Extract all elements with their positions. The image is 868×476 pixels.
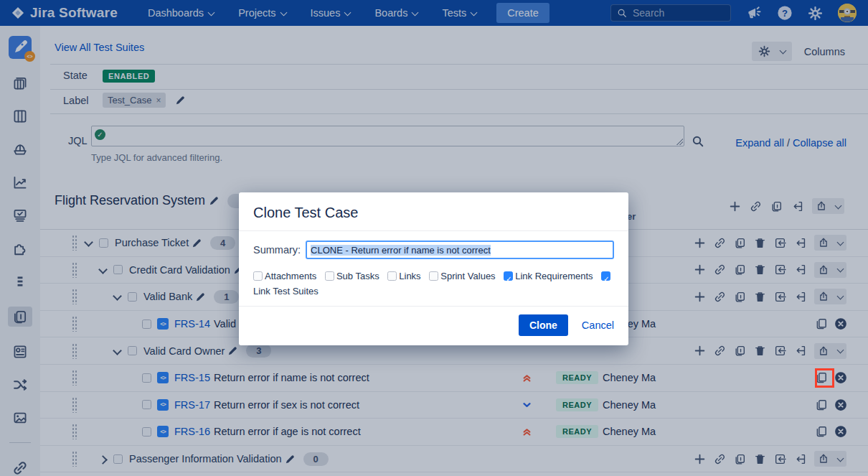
backlog-icon[interactable] [11, 75, 29, 92]
board-icon[interactable] [11, 108, 29, 125]
chip-remove-icon[interactable]: × [156, 95, 161, 106]
clone-icon[interactable] [734, 291, 746, 303]
shuffle-icon[interactable] [11, 376, 29, 393]
resize-handle[interactable] [676, 139, 683, 145]
remove-x-circle-icon[interactable] [834, 317, 847, 330]
drag-handle[interactable] [72, 370, 77, 386]
add-icon[interactable] [694, 237, 706, 249]
cancel-link[interactable]: Cancel [582, 319, 614, 331]
export-icon[interactable] [794, 291, 806, 303]
edit-suite-button[interactable] [227, 345, 238, 356]
clone-icon[interactable] [734, 453, 746, 465]
drag-handle[interactable] [72, 397, 77, 413]
share-menu-button[interactable] [814, 235, 846, 251]
summary-input[interactable]: CLONE - Return error if name is not corr… [306, 241, 614, 259]
export-icon[interactable] [794, 237, 806, 249]
edit-suite-title-button[interactable] [209, 195, 220, 206]
feedback-megaphone-icon[interactable] [746, 5, 762, 21]
label-chip[interactable]: Test_Case × [103, 93, 166, 108]
settings-menu-button[interactable] [752, 42, 792, 61]
drag-handle[interactable] [72, 451, 77, 467]
addons-puzzle-icon[interactable] [11, 241, 29, 257]
clone-icon[interactable] [734, 237, 746, 249]
add-icon[interactable] [694, 263, 706, 276]
drag-handle[interactable] [72, 343, 77, 359]
drag-handle[interactable] [72, 424, 77, 439]
repository-check-icon[interactable] [11, 207, 29, 224]
delete-trash-icon[interactable] [754, 453, 766, 465]
row-checkbox[interactable] [113, 265, 123, 274]
option-attachments[interactable]: Attachments [253, 271, 316, 281]
link-icon[interactable] [750, 200, 762, 213]
collapse-chevron-icon[interactable] [99, 266, 106, 274]
link-icon[interactable] [714, 263, 726, 276]
checkbox-unchecked[interactable] [253, 271, 263, 281]
add-icon[interactable] [694, 345, 706, 357]
expand-all-link[interactable]: Expand all [735, 137, 784, 149]
collapse-chevron-icon[interactable] [85, 239, 92, 246]
row-checkbox[interactable] [99, 238, 108, 248]
view-all-test-suites-link[interactable]: View All Test Suites [55, 42, 144, 53]
project-avatar[interactable]: <> [9, 36, 32, 59]
row-checkbox[interactable] [128, 292, 137, 302]
share-menu-button[interactable] [812, 198, 844, 214]
share-menu-button[interactable] [814, 451, 846, 467]
row-checkbox[interactable] [142, 373, 151, 383]
delete-trash-icon[interactable] [754, 345, 766, 357]
edit-suite-button[interactable] [285, 454, 296, 465]
edit-suite-button[interactable] [192, 238, 202, 248]
releases-ship-icon[interactable] [11, 141, 29, 158]
clone-icon[interactable] [734, 345, 746, 357]
share-menu-button[interactable] [814, 343, 846, 359]
jql-textarea[interactable]: ✓ [91, 126, 684, 146]
add-icon[interactable] [694, 453, 706, 465]
test-suites-icon[interactable] [8, 307, 32, 327]
create-button[interactable]: Create [496, 3, 549, 23]
drag-handle[interactable] [72, 235, 77, 251]
remove-x-circle-icon[interactable] [834, 371, 847, 384]
import-icon[interactable] [774, 291, 786, 303]
search-input[interactable] [633, 7, 719, 19]
help-icon[interactable]: ? [777, 5, 793, 21]
nav-projects[interactable]: Projects [238, 7, 286, 19]
import-icon[interactable] [774, 237, 786, 249]
clone-icon[interactable] [770, 200, 783, 213]
clone-icon[interactable] [815, 425, 828, 438]
edit-label-button[interactable] [175, 95, 186, 106]
issue-key-link[interactable]: FRS-16 [174, 426, 210, 437]
link-icon[interactable] [714, 237, 726, 249]
share-menu-button[interactable] [814, 289, 846, 304]
issue-key-link[interactable]: FRS-15 [174, 372, 210, 383]
reports-chart-icon[interactable] [11, 174, 29, 191]
row-checkbox[interactable] [142, 319, 151, 329]
link-icon[interactable] [11, 459, 29, 476]
remove-x-circle-icon[interactable] [834, 425, 847, 438]
list-icon[interactable] [11, 274, 29, 290]
clone-icon[interactable] [815, 398, 828, 411]
collapse-all-link[interactable]: Collapse all [793, 137, 846, 149]
row-checkbox[interactable] [142, 427, 151, 437]
link-icon[interactable] [714, 345, 726, 357]
user-avatar[interactable] [838, 4, 857, 22]
export-icon[interactable] [791, 200, 803, 213]
jql-search-icon[interactable] [692, 135, 704, 148]
export-icon[interactable] [794, 263, 806, 276]
add-icon[interactable] [694, 291, 706, 303]
checkbox-checked[interactable] [504, 271, 513, 281]
checkbox-unchecked[interactable] [387, 271, 397, 281]
option-sub-tasks[interactable]: Sub Tasks [325, 271, 379, 281]
expand-chevron-icon[interactable] [99, 455, 106, 462]
issue-key-link[interactable]: FRS-17 [174, 399, 210, 411]
clone-icon[interactable] [815, 317, 828, 330]
option-links[interactable]: Links [387, 271, 420, 281]
link-icon[interactable] [714, 291, 726, 303]
drag-handle[interactable] [72, 262, 77, 278]
import-icon[interactable] [774, 345, 786, 357]
collapse-chevron-icon[interactable] [113, 347, 121, 355]
import-icon[interactable] [774, 263, 786, 276]
global-search[interactable] [610, 4, 731, 22]
collapse-chevron-icon[interactable] [113, 293, 121, 300]
test-report-icon[interactable] [11, 343, 29, 360]
checkbox-unchecked[interactable] [325, 271, 334, 281]
delete-trash-icon[interactable] [754, 237, 766, 249]
